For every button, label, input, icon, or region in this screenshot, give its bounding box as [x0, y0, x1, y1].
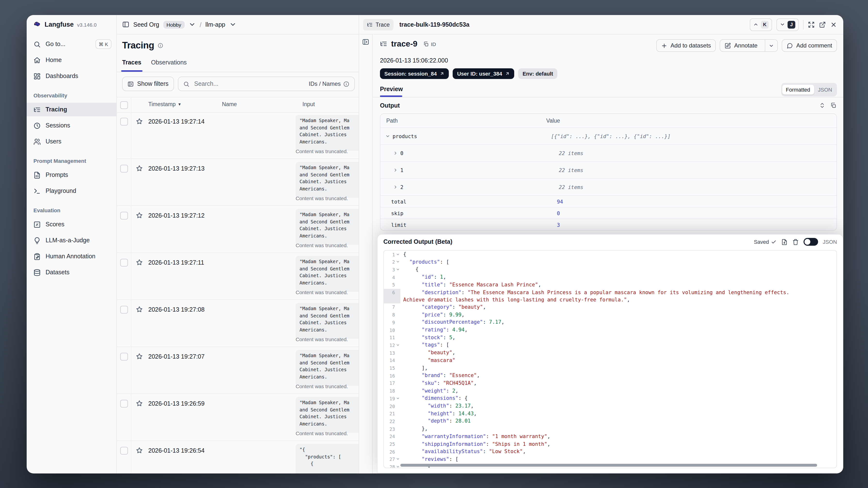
expand-icon[interactable]	[393, 168, 398, 173]
row-input-preview[interactable]: "Madam Speaker, Ma and Second Gentlem Ca…	[296, 115, 359, 151]
copy-id-chip[interactable]: ID	[423, 41, 436, 47]
next-trace-button[interactable]: J	[776, 18, 799, 31]
code-line[interactable]: 5 "title": "Essence Mascara Lash Prince"…	[384, 281, 837, 288]
column-header-input[interactable]: Input	[303, 101, 315, 107]
code-line[interactable]: 22 "depth": 28.01	[384, 418, 837, 425]
search-box[interactable]: IDs / Names	[178, 77, 355, 91]
copy-icon[interactable]	[830, 102, 837, 109]
column-header-timestamp[interactable]: Timestamp ▼	[148, 101, 182, 107]
sidebar-item-datasets[interactable]: Datasets	[27, 266, 116, 279]
row-input-preview[interactable]: "Madam Speaker, Ma and Second Gentlem Ca…	[296, 209, 359, 245]
table-row[interactable]: 2026-01-13 19:27:07"Madam Speaker, Ma an…	[116, 347, 359, 394]
annotate-dropdown[interactable]	[765, 40, 777, 51]
code-line[interactable]: 21 "height": 14.43,	[384, 410, 837, 418]
code-line[interactable]: 11 "stock": 5,	[384, 334, 837, 341]
code-line[interactable]: 24 "warrantyInformation": "1 month warra…	[384, 433, 837, 440]
code-line[interactable]: 14 "mascara"	[384, 357, 837, 364]
fold-chevron-icon[interactable]	[396, 465, 400, 468]
expand-icon[interactable]	[393, 185, 398, 189]
row-input-preview[interactable]: "Madam Speaker, Ma and Second Gentlem Ca…	[296, 162, 359, 198]
row-checkbox[interactable]	[120, 353, 128, 361]
save-file-icon[interactable]	[781, 239, 787, 245]
sidebar-item-prompts[interactable]: Prompts	[27, 168, 116, 182]
output-row-skip[interactable]: skip0	[380, 207, 837, 219]
output-row-total[interactable]: total94	[380, 195, 837, 207]
code-line[interactable]: 18 "weight": 2,	[384, 387, 837, 394]
code-line[interactable]: 3 {	[384, 266, 837, 273]
row-input-preview[interactable]: "Madam Speaker, Ma and Second Gentlem Ca…	[296, 397, 359, 433]
output-row-0[interactable]: 022 items	[380, 145, 837, 161]
code-line[interactable]: 26 "availabilityStatus": "Low Stock",	[384, 448, 837, 456]
output-row-2[interactable]: 222 items	[380, 178, 837, 195]
tab-observations[interactable]: Observations	[151, 59, 187, 72]
fold-chevron-icon[interactable]	[396, 268, 400, 271]
code-line[interactable]: 25 "shippingInformation": "Ships in 1 mo…	[384, 440, 837, 448]
tab-traces[interactable]: Traces	[122, 59, 141, 72]
fold-chevron-icon[interactable]	[396, 396, 400, 400]
code-line[interactable]: 17 "sku": "RCH45Q1A",	[384, 379, 837, 387]
code-line[interactable]: 7 "category": "beauty",	[384, 303, 837, 311]
row-input-preview[interactable]: "Madam Speaker, Ma and Second Gentlem Ca…	[296, 303, 359, 339]
code-line[interactable]: 19 "dimensions": {	[384, 395, 837, 402]
table-row[interactable]: 2026-01-13 19:26:59"Madam Speaker, Ma an…	[116, 394, 359, 441]
table-row[interactable]: 2026-01-13 19:26:54"{ "products": [ {	[116, 441, 359, 474]
sidebar-item-scores[interactable]: Scores	[27, 218, 116, 231]
json-editor[interactable]: 1{2 "products": [3 {4 "id": 1,5 "title":…	[383, 250, 837, 468]
fold-chevron-icon[interactable]	[396, 252, 400, 256]
trash-icon[interactable]	[792, 239, 799, 245]
expand-icon[interactable]	[393, 151, 398, 156]
code-line[interactable]: 23 },	[384, 425, 837, 432]
code-line[interactable]: 13 "beauty",	[384, 349, 837, 357]
search-scope-info-icon[interactable]	[343, 81, 349, 87]
search-scope[interactable]: IDs / Names	[309, 81, 349, 87]
sidebar-item-users[interactable]: Users	[27, 135, 116, 148]
row-checkbox[interactable]	[120, 165, 128, 173]
code-line[interactable]: 16 "brand": "Essence",	[384, 372, 837, 379]
search-input[interactable]	[193, 80, 305, 88]
code-line[interactable]: 20 "width": 23.17,	[384, 402, 837, 410]
format-option-formatted[interactable]: Formatted	[782, 85, 814, 94]
fold-chevron-icon[interactable]	[396, 343, 400, 347]
sidebar-item-go-to-[interactable]: Go to...⌘ K	[27, 37, 116, 51]
sidebar-item-sessions[interactable]: Sessions	[27, 119, 116, 132]
table-row[interactable]: 2026-01-13 19:27:13"Madam Speaker, Ma an…	[116, 159, 359, 206]
output-row-products[interactable]: products[{"id": ...}, {"id": ...}, {"id"…	[380, 127, 837, 145]
row-checkbox[interactable]	[120, 212, 128, 219]
row-checkbox[interactable]	[120, 447, 128, 455]
user-badge[interactable]: User ID: user_384	[453, 68, 514, 79]
sidebar-item-home[interactable]: Home	[27, 53, 116, 67]
code-line[interactable]: 12 "tags": [	[384, 341, 837, 349]
project-chevron-down-icon[interactable]	[229, 21, 237, 28]
format-option-json[interactable]: JSON	[814, 85, 836, 94]
info-icon[interactable]	[157, 43, 163, 49]
code-line[interactable]: 2 "products": [	[384, 258, 837, 266]
fold-chevron-icon[interactable]	[396, 457, 400, 461]
open-external-icon[interactable]	[819, 21, 826, 28]
show-filters-button[interactable]: Show filters	[122, 77, 174, 91]
column-header-name[interactable]: Name	[222, 101, 237, 107]
add-to-datasets-button[interactable]: Add to datasets	[656, 39, 716, 52]
code-line[interactable]: 6 "description": "The Essence Mascara La…	[384, 288, 837, 303]
sidebar-item-human-annotation[interactable]: Human Annotation	[27, 250, 116, 263]
session-badge[interactable]: Session: session_84	[380, 68, 449, 79]
org-name[interactable]: Seed Org	[133, 21, 159, 28]
tab-preview[interactable]: Preview	[380, 86, 403, 93]
table-row[interactable]: 2026-01-13 19:27:12"Madam Speaker, Ma an…	[116, 206, 359, 253]
output-row-1[interactable]: 122 items	[380, 161, 837, 178]
prev-trace-button[interactable]: K	[750, 18, 772, 31]
code-line[interactable]: 9 "discountPercentage": 7.17,	[384, 318, 837, 326]
sidebar-item-tracing[interactable]: Tracing	[27, 103, 116, 116]
sidebar-toggle-icon[interactable]	[122, 21, 129, 28]
project-name[interactable]: llm-app	[206, 21, 225, 28]
json-toggle[interactable]	[803, 238, 818, 246]
output-row-limit[interactable]: limit3	[380, 219, 837, 230]
code-line[interactable]: 4 "id": 1,	[384, 273, 837, 281]
table-row[interactable]: 2026-01-13 19:27:08"Madam Speaker, Ma an…	[116, 300, 359, 347]
chevrons-up-down-icon[interactable]	[819, 102, 825, 109]
row-input-preview[interactable]: "{ "products": [ {	[296, 444, 359, 474]
row-checkbox[interactable]	[120, 306, 128, 313]
code-line[interactable]: 15 ],	[384, 364, 837, 372]
collapse-icon[interactable]	[385, 134, 390, 139]
row-checkbox[interactable]	[120, 118, 128, 125]
expand-icon[interactable]	[808, 21, 815, 28]
